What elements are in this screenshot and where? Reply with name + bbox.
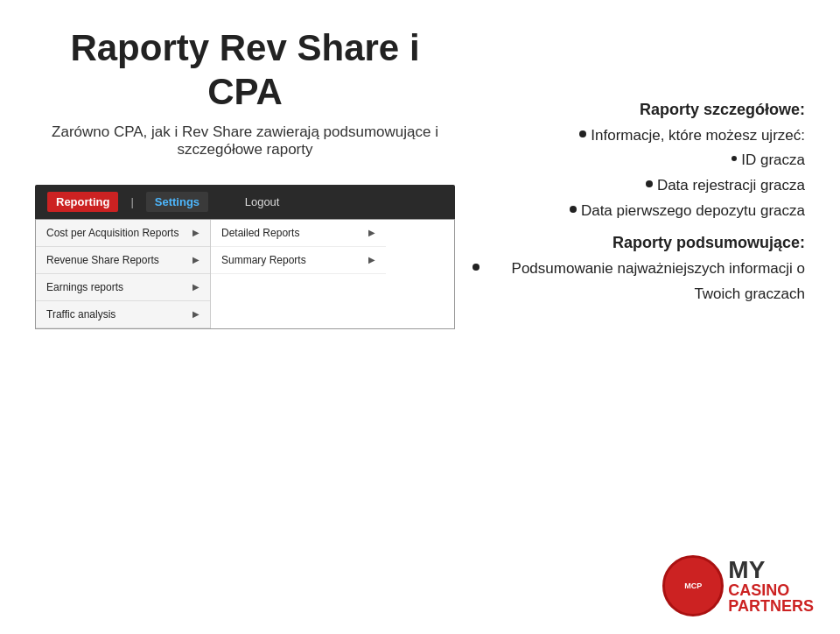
nav-separator: | [130, 195, 133, 208]
section1-title: Raporty szczegółowe: [472, 96, 805, 123]
arrow-icon: ▶ [368, 228, 375, 237]
menu-left-item-earnings[interactable]: Earnings reports ▶ [36, 274, 210, 301]
bullet-line-intro: Informacje, które możesz ujrzeć: [472, 123, 805, 149]
menu-left-item-traffic[interactable]: Traffic analysis ▶ [36, 301, 210, 328]
logo-area: MCP MY CASINO PARTNERS [662, 555, 814, 616]
bullet-line-deposit: Data pierwszego depozytu gracza [472, 199, 805, 224]
nav-separator2 [220, 195, 224, 208]
page-subtitle: Zarówno CPA, jak i Rev Share zawierają p… [35, 123, 455, 158]
menu-left-item-cpa[interactable]: Cost per Acquisition Reports ▶ [36, 220, 210, 247]
menu-left: Cost per Acquisition Reports ▶ Revenue S… [36, 220, 211, 328]
arrow-icon: ▶ [368, 255, 375, 264]
navigation-bar: Reporting | Settings Logout [35, 185, 455, 219]
logo-casino-label: CASINO [728, 582, 814, 598]
nav-reporting[interactable]: Reporting [47, 192, 118, 212]
menu-right: Detailed Reports ▶ Summary Reports ▶ [211, 220, 386, 328]
page-title: Raporty Rev Share i CPA [35, 26, 455, 115]
arrow-icon: ▶ [192, 282, 200, 292]
arrow-icon: ▶ [192, 228, 200, 237]
bullet-line-date: Data rejestracji gracza [472, 173, 805, 199]
bullet-dot-id [732, 156, 737, 161]
menu-right-item-detailed[interactable]: Detailed Reports ▶ [211, 220, 386, 247]
bullet-dot-deposit [570, 206, 577, 213]
logo-text-block: MY CASINO PARTNERS [728, 558, 814, 614]
nav-logout[interactable]: Logout [236, 192, 289, 212]
logo-circle: MCP [662, 555, 724, 616]
logo-partners-label: PARTNERS [728, 598, 814, 614]
left-section: Raporty Rev Share i CPA Zarówno CPA, jak… [35, 26, 455, 329]
logo-inner-text: MCP [684, 581, 702, 591]
menu-left-item-rev[interactable]: Revenue Share Reports ▶ [36, 247, 210, 274]
arrow-icon: ▶ [192, 309, 200, 319]
bullet-dot-intro [579, 130, 586, 137]
section2-title: Raporty podsumowujące: [472, 229, 805, 257]
bullet-line-id: ID gracza [472, 148, 805, 173]
nav-settings[interactable]: Settings [146, 192, 208, 212]
dropdown-menu-container: Cost per Acquisition Reports ▶ Revenue S… [35, 219, 455, 329]
arrow-icon: ▶ [192, 255, 200, 264]
bullet-line-summary: Podsumowanie najważniejszych informacji … [472, 257, 805, 307]
bullet-dot-date [646, 180, 653, 187]
bullet-dot-summary [472, 264, 480, 271]
logo-my-label: MY [728, 558, 814, 582]
right-section: Raporty szczegółowe: Informacje, które m… [472, 26, 805, 329]
menu-right-item-summary[interactable]: Summary Reports ▶ [211, 247, 386, 274]
